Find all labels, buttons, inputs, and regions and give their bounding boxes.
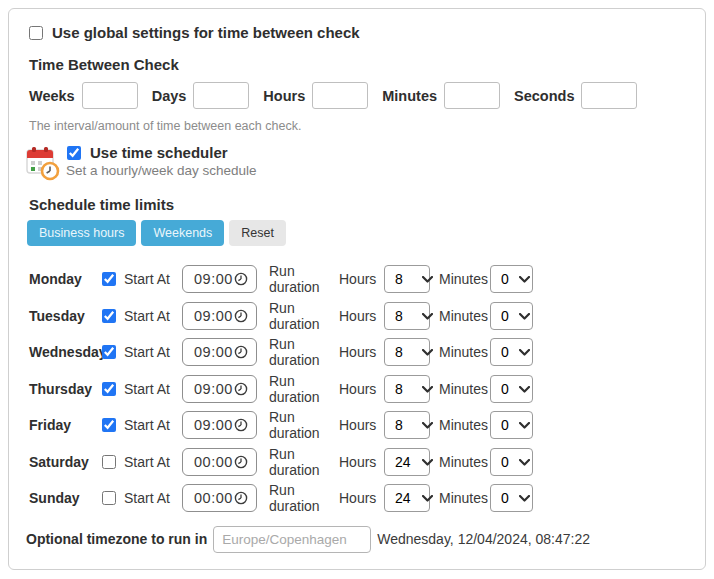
day-enabled-checkbox[interactable] [102,345,116,359]
hours-select-wrap: 8 [384,375,439,403]
use-time-scheduler-checkbox[interactable] [67,146,81,160]
weeks-input[interactable] [82,82,138,109]
minutes-select-wrap: 0 [490,448,536,476]
duration-hours-label: Hours [339,454,384,470]
time-between-check-fields: Weeks Days Hours Minutes Seconds [29,82,691,109]
schedule-limits-heading: Schedule time limits [29,196,691,213]
clock-icon [234,309,248,323]
watch-settings-panel: Use global settings for time between che… [8,8,706,570]
clock-icon [234,345,248,359]
start-at-label: Start At [124,308,182,324]
use-global-settings-label: Use global settings for time between che… [52,24,360,41]
duration-minutes-select[interactable]: 0 [490,448,533,476]
duration-minutes-label: Minutes [439,490,490,506]
clock-icon [234,272,248,286]
hours-select-wrap: 24 [384,448,439,476]
duration-hours-select[interactable]: 8 [384,375,430,403]
duration-minutes-select[interactable]: 0 [490,338,533,366]
duration-minutes-label: Minutes [439,454,490,470]
start-time-input[interactable]: 00:00 [182,448,257,476]
start-time-input[interactable]: 09:00 [182,338,257,366]
minutes-select-wrap: 0 [490,265,536,293]
schedule-row-tuesday: Tuesday Start At 09:00 Run duration Hour… [29,298,691,335]
duration-hours-select[interactable]: 8 [384,338,430,366]
schedule-row-wednesday: Wednesday Start At 09:00 Run duration Ho… [29,334,691,371]
timezone-label: Optional timezone to run in [26,531,207,547]
timezone-current-datetime: Wednesday, 12/04/2024, 08:47:22 [377,531,590,547]
scheduler-enable-row: Use time scheduler Set a hourly/week day… [25,144,691,181]
duration-minutes-select[interactable]: 0 [490,411,533,439]
weekday-schedule-list: Monday Start At 09:00 Run duration Hours… [29,261,691,517]
start-time-input[interactable]: 09:00 [182,411,257,439]
run-duration-label: Run duration [269,446,339,478]
clock-icon [234,418,248,432]
day-enabled-checkbox[interactable] [102,272,116,286]
duration-hours-select[interactable]: 24 [384,484,430,512]
minutes-select-wrap: 0 [490,484,536,512]
duration-minutes-select[interactable]: 0 [490,484,533,512]
business-hours-button[interactable]: Business hours [27,220,136,246]
day-enabled-checkbox[interactable] [102,309,116,323]
seconds-input[interactable] [581,82,637,109]
day-enabled-checkbox[interactable] [102,455,116,469]
start-time-input[interactable]: 00:00 [182,484,257,512]
run-duration-label: Run duration [269,482,339,514]
duration-minutes-select[interactable]: 0 [490,265,533,293]
run-duration-label: Run duration [269,373,339,405]
hours-select-wrap: 8 [384,302,439,330]
timezone-input[interactable] [213,526,371,553]
schedule-row-sunday: Sunday Start At 00:00 Run duration Hours… [29,480,691,517]
day-enabled-checkbox[interactable] [102,491,116,505]
duration-hours-label: Hours [339,271,384,287]
seconds-label: Seconds [514,88,574,104]
weeks-label: Weeks [29,88,75,104]
minutes-label: Minutes [382,88,437,104]
duration-hours-label: Hours [339,381,384,397]
reset-button[interactable]: Reset [229,220,286,246]
calendar-clock-icon [25,145,61,181]
day-label: Saturday [29,454,102,470]
start-time-input[interactable]: 09:00 [182,265,257,293]
use-time-scheduler-label: Use time scheduler [90,144,228,161]
run-duration-label: Run duration [269,409,339,441]
schedule-row-monday: Monday Start At 09:00 Run duration Hours… [29,261,691,298]
schedule-row-friday: Friday Start At 09:00 Run duration Hours… [29,407,691,444]
day-enabled-checkbox[interactable] [102,382,116,396]
duration-minutes-label: Minutes [439,344,490,360]
hours-select-wrap: 8 [384,338,439,366]
day-label: Tuesday [29,308,102,324]
start-at-label: Start At [124,344,182,360]
global-settings-row: Use global settings for time between che… [29,24,691,41]
time-between-check-heading: Time Between Check [29,56,691,73]
duration-minutes-label: Minutes [439,271,490,287]
day-label: Thursday [29,381,102,397]
run-duration-label: Run duration [269,336,339,368]
days-input[interactable] [193,82,249,109]
duration-minutes-select[interactable]: 0 [490,302,533,330]
start-at-label: Start At [124,417,182,433]
duration-minutes-select[interactable]: 0 [490,375,533,403]
day-enabled-checkbox[interactable] [102,418,116,432]
start-time-input[interactable]: 09:00 [182,302,257,330]
start-at-label: Start At [124,271,182,287]
day-label: Monday [29,271,102,287]
days-label: Days [152,88,187,104]
clock-icon [234,382,248,396]
duration-hours-select[interactable]: 8 [384,265,430,293]
weekends-button[interactable]: Weekends [141,220,224,246]
start-at-label: Start At [124,490,182,506]
use-global-settings-checkbox[interactable] [29,26,43,40]
run-duration-label: Run duration [269,300,339,332]
minutes-select-wrap: 0 [490,302,536,330]
run-duration-label: Run duration [269,263,339,295]
schedule-row-thursday: Thursday Start At 09:00 Run duration Hou… [29,371,691,408]
duration-minutes-label: Minutes [439,308,490,324]
duration-hours-select[interactable]: 8 [384,302,430,330]
duration-hours-select[interactable]: 8 [384,411,430,439]
minutes-select-wrap: 0 [490,411,536,439]
minutes-input[interactable] [444,82,500,109]
duration-hours-select[interactable]: 24 [384,448,430,476]
start-time-input[interactable]: 09:00 [182,375,257,403]
hours-input[interactable] [312,82,368,109]
interval-help-text: The interval/amount of time between each… [29,119,691,133]
